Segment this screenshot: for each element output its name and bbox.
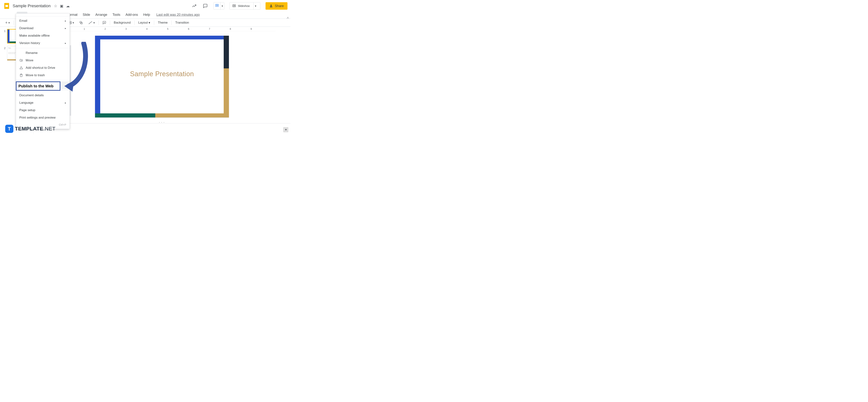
- menu-item-version-history[interactable]: Version history▸: [16, 39, 69, 47]
- slides-logo[interactable]: [3, 2, 10, 10]
- submenu-arrow-icon: ▸: [65, 101, 66, 104]
- menu-help[interactable]: Help: [141, 12, 153, 18]
- annotation-arrow: [63, 42, 89, 94]
- speaker-notes[interactable]: d speaker notes: [33, 123, 290, 134]
- menu-item-shortcut[interactable]: Add shortcut to Drive: [16, 64, 69, 72]
- annotation-label: Publish to the Web: [19, 84, 54, 88]
- slide-title[interactable]: Sample Presentation: [95, 70, 229, 78]
- present-dropdown[interactable]: ▾: [214, 2, 224, 10]
- svg-marker-3: [217, 5, 218, 6]
- ruler: 1 2 3 4 5 6 7 8 9: [67, 27, 276, 31]
- drive-shortcut-icon: [19, 66, 23, 70]
- menu-item-email[interactable]: Email▸: [16, 17, 69, 25]
- menu-item-page-setup[interactable]: Page setup: [16, 106, 69, 114]
- menu-item-rename[interactable]: Rename: [16, 49, 69, 57]
- separator: [110, 21, 110, 25]
- comment-button[interactable]: [101, 20, 108, 25]
- line-button[interactable]: ▾: [87, 20, 96, 25]
- menu-item-move[interactable]: Move: [16, 57, 69, 64]
- menu-item-language[interactable]: Language▸: [16, 99, 69, 106]
- chevron-down-icon[interactable]: ▾: [220, 2, 224, 9]
- titlebar: Sample Presentation ☆ ▣ ☁ ▾ Slideshow ▾ …: [0, 0, 290, 12]
- menu-arrange[interactable]: Arrange: [93, 12, 110, 18]
- file-menu-dropdown: Email▸ Download▸ Make available offline …: [16, 13, 70, 129]
- slide-canvas[interactable]: Sample Presentation: [95, 36, 229, 118]
- explore-button[interactable]: ✦: [283, 127, 288, 132]
- last-edit-link[interactable]: Last edit was 20 minutes ago: [156, 13, 200, 17]
- menu-slide[interactable]: Slide: [80, 12, 93, 18]
- move-icon[interactable]: ▣: [60, 4, 63, 8]
- separator: [98, 21, 99, 25]
- menu-separator: [16, 48, 69, 48]
- background-button[interactable]: Background: [112, 20, 132, 25]
- collapse-toolbar-icon[interactable]: ㅅ: [286, 16, 289, 20]
- theme-button[interactable]: Theme: [156, 20, 169, 25]
- thumb-number: 1: [2, 29, 6, 33]
- comments-icon[interactable]: [202, 3, 208, 9]
- svg-rect-1: [5, 5, 8, 7]
- annotation-highlight: Publish to the Web: [16, 81, 60, 91]
- share-label: Share: [275, 4, 284, 8]
- separator: [134, 21, 135, 25]
- menu-addons[interactable]: Add-ons: [123, 12, 141, 18]
- menu-tools[interactable]: Tools: [110, 12, 123, 18]
- thumb-number: 2: [2, 46, 6, 49]
- submenu-arrow-icon: ▸: [65, 27, 66, 30]
- cloud-icon[interactable]: ☁: [66, 4, 70, 8]
- menu-item-trash[interactable]: Move to trash: [16, 72, 69, 79]
- menu-item-doc-details[interactable]: Document details: [16, 92, 69, 99]
- svg-marker-5: [234, 6, 235, 6]
- chevron-down-icon[interactable]: ▾: [253, 2, 257, 9]
- slideshow-button[interactable]: Slideshow ▾: [229, 2, 260, 10]
- folder-move-icon: [19, 59, 23, 62]
- separator: [13, 21, 14, 25]
- new-slide-button[interactable]: + ▾: [4, 20, 11, 26]
- watermark-logo: T: [5, 125, 13, 133]
- menu-item-print-preview[interactable]: Print settings and preview: [16, 114, 69, 121]
- svg-marker-13: [20, 67, 23, 69]
- menu-item-make-copy[interactable]: [16, 14, 69, 16]
- document-title[interactable]: Sample Presentation: [13, 3, 51, 8]
- slideshow-label: Slideshow: [238, 4, 250, 7]
- share-button[interactable]: Share: [266, 2, 287, 10]
- svg-marker-14: [64, 80, 74, 92]
- resize-handle[interactable]: • • •: [33, 121, 290, 123]
- star-icon[interactable]: ☆: [54, 4, 57, 8]
- shape-button[interactable]: [78, 20, 85, 25]
- menu-item-offline[interactable]: Make available offline: [16, 32, 69, 39]
- svg-line-10: [89, 21, 92, 24]
- layout-button[interactable]: Layout ▾: [137, 20, 152, 26]
- watermark: T TEMPLATE.NET: [5, 125, 56, 133]
- transition-button[interactable]: Transition: [174, 20, 191, 25]
- activity-icon[interactable]: [191, 3, 197, 9]
- submenu-arrow-icon: ▸: [65, 19, 66, 22]
- menu-item-download[interactable]: Download▸: [16, 25, 69, 32]
- trash-icon: [19, 73, 23, 77]
